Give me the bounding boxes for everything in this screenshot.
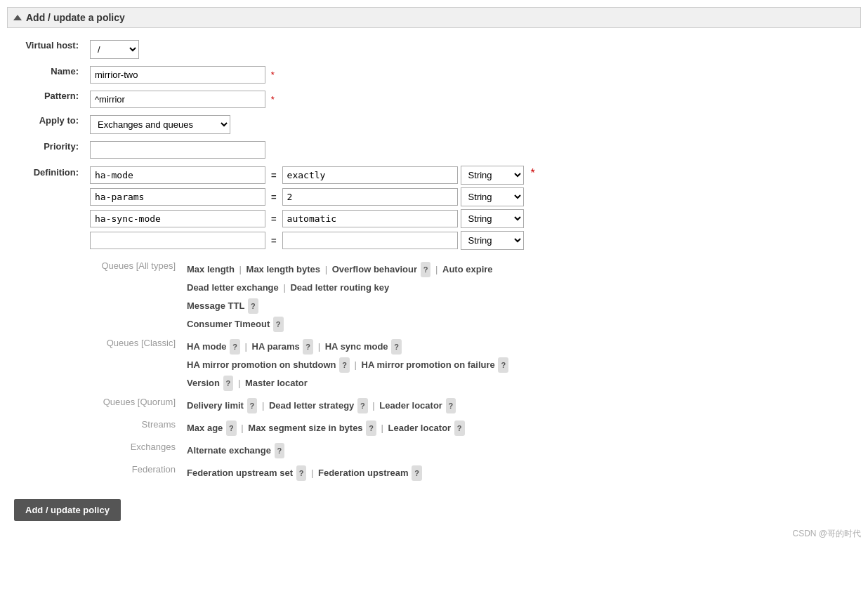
exchanges-links-row1: Alternate exchange ? bbox=[187, 442, 850, 460]
def-type-3[interactable]: StringNumberBooleanList bbox=[461, 209, 524, 228]
queues-all-links-row4: Consumer Timeout ? bbox=[187, 315, 850, 333]
federation-upstream-set-link[interactable]: Federation upstream set bbox=[187, 468, 293, 478]
alternate-exchange-link[interactable]: Alternate exchange bbox=[187, 445, 271, 456]
def-eq-4: = bbox=[268, 235, 280, 246]
add-update-button[interactable]: Add / update policy bbox=[14, 499, 121, 521]
def-type-2[interactable]: StringNumberBooleanList bbox=[461, 187, 524, 206]
def-key-4[interactable] bbox=[90, 232, 265, 249]
queues-quorum-links-row1: Delivery limit ? | Dead letter strategy … bbox=[187, 397, 850, 415]
pattern-input[interactable] bbox=[90, 91, 265, 108]
max-age-link[interactable]: Max age bbox=[187, 423, 223, 433]
virtual-host-row: Virtual host: / bbox=[7, 37, 861, 62]
dead-letter-strategy-link[interactable]: Dead letter strategy bbox=[269, 400, 354, 411]
federation-row: Federation Federation upstream set ? | F… bbox=[90, 462, 855, 484]
definition-row: Definition: = StringNumberBooleanList bbox=[7, 162, 861, 488]
pattern-row: Pattern: * bbox=[7, 87, 861, 112]
message-ttl-link[interactable]: Message TTL bbox=[187, 300, 244, 311]
def-key-2[interactable] bbox=[90, 188, 265, 206]
consumer-timeout-link[interactable]: Consumer Timeout bbox=[187, 319, 270, 329]
ha-sync-mode-help[interactable]: ? bbox=[391, 339, 402, 355]
max-length-bytes-link[interactable]: Max length bytes bbox=[246, 264, 320, 274]
overflow-behaviour-help[interactable]: ? bbox=[421, 262, 431, 277]
auto-expire-link[interactable]: Auto expire bbox=[442, 264, 493, 274]
def-val-3[interactable] bbox=[282, 210, 458, 227]
pattern-label: Pattern: bbox=[7, 87, 84, 112]
message-ttl-help[interactable]: ? bbox=[248, 298, 258, 314]
apply-to-label: Apply to: bbox=[7, 112, 84, 138]
federation-links: Federation upstream set ? | Federation u… bbox=[181, 462, 855, 484]
apply-to-select[interactable]: Exchanges and queues Exchanges Queues bbox=[90, 115, 230, 134]
queues-all-links-row2: Dead letter exchange | Dead letter routi… bbox=[187, 279, 850, 297]
max-segment-size-link[interactable]: Max segment size in bytes bbox=[248, 423, 362, 433]
alternate-exchange-help[interactable]: ? bbox=[275, 443, 285, 458]
def-eq-2: = bbox=[268, 192, 280, 202]
priority-label: Priority: bbox=[7, 138, 84, 162]
leader-locator-quorum-link[interactable]: Leader locator bbox=[379, 400, 442, 411]
dead-letter-routing-key-link[interactable]: Dead letter routing key bbox=[290, 282, 389, 293]
ha-sync-mode-link[interactable]: HA sync mode bbox=[325, 341, 388, 352]
delivery-limit-help[interactable]: ? bbox=[247, 398, 258, 413]
virtual-host-cell: / bbox=[84, 37, 861, 62]
queues-classic-links-row2: HA mirror promotion on shutdown ? | HA m… bbox=[187, 356, 850, 374]
federation-upstream-set-help[interactable]: ? bbox=[296, 465, 307, 481]
queues-classic-links: HA mode ? | HA params ? | HA sync mode ? bbox=[181, 336, 855, 395]
streams-row: Streams Max age ? | Max segment size in … bbox=[90, 417, 855, 439]
ha-mode-link[interactable]: HA mode bbox=[187, 341, 227, 352]
ha-params-help[interactable]: ? bbox=[303, 339, 313, 355]
name-required: * bbox=[271, 69, 275, 80]
federation-upstream-link[interactable]: Federation upstream bbox=[318, 468, 409, 478]
def-val-4[interactable] bbox=[282, 232, 458, 249]
def-type-1[interactable]: StringNumberBooleanList bbox=[461, 166, 524, 185]
dead-letter-exchange-link[interactable]: Dead letter exchange bbox=[187, 282, 279, 293]
queues-all-row: Queues [All types] Max length | Max leng… bbox=[90, 258, 855, 336]
version-help[interactable]: ? bbox=[223, 376, 234, 391]
def-key-3[interactable] bbox=[90, 210, 265, 227]
def-val-2[interactable] bbox=[282, 188, 458, 206]
apply-to-row: Apply to: Exchanges and queues Exchanges… bbox=[7, 112, 861, 138]
queues-classic-links-row3: Version ? | Master locator bbox=[187, 374, 850, 392]
pattern-required: * bbox=[271, 94, 275, 105]
queues-quorum-label: Queues [Quorum] bbox=[90, 395, 181, 417]
max-segment-size-help[interactable]: ? bbox=[366, 420, 376, 436]
overflow-behaviour-link[interactable]: Overflow behaviour bbox=[332, 264, 417, 274]
leader-locator-streams-link[interactable]: Leader locator bbox=[388, 423, 452, 433]
max-age-help[interactable]: ? bbox=[226, 420, 237, 436]
priority-input[interactable] bbox=[90, 141, 265, 159]
delivery-limit-link[interactable]: Delivery limit bbox=[187, 400, 244, 411]
virtual-host-select[interactable]: / bbox=[90, 40, 139, 59]
leader-locator-quorum-help[interactable]: ? bbox=[446, 398, 456, 413]
federation-links-row1: Federation upstream set ? | Federation u… bbox=[187, 464, 850, 482]
exchanges-label: Exchanges bbox=[90, 439, 181, 462]
collapse-icon[interactable] bbox=[13, 15, 22, 20]
ha-mirror-shutdown-link[interactable]: HA mirror promotion on shutdown bbox=[187, 359, 336, 370]
federation-upstream-help[interactable]: ? bbox=[412, 465, 422, 481]
ha-mirror-failure-link[interactable]: HA mirror promotion on failure bbox=[362, 359, 495, 370]
ha-params-link[interactable]: HA params bbox=[252, 341, 300, 352]
queues-all-links: Max length | Max length bytes | Overflow… bbox=[181, 258, 855, 336]
def-type-4[interactable]: StringNumberBooleanList bbox=[461, 231, 524, 250]
ha-mode-help[interactable]: ? bbox=[230, 339, 240, 355]
section-header: Add / update a policy bbox=[7, 7, 861, 28]
ha-mirror-failure-help[interactable]: ? bbox=[498, 357, 508, 373]
help-links-section: Queues [All types] Max length | Max leng… bbox=[90, 258, 855, 484]
definition-wrapper: = StringNumberBooleanList = bbox=[90, 166, 855, 253]
definition-row-4: = StringNumberBooleanList bbox=[90, 231, 524, 250]
def-eq-3: = bbox=[268, 213, 280, 224]
def-val-1[interactable] bbox=[282, 166, 458, 184]
def-key-1[interactable] bbox=[90, 166, 265, 184]
leader-locator-streams-help[interactable]: ? bbox=[454, 420, 465, 436]
definition-cell: = StringNumberBooleanList = bbox=[84, 162, 861, 488]
queues-classic-links-row1: HA mode ? | HA params ? | HA sync mode ? bbox=[187, 338, 850, 356]
definition-label: Definition: bbox=[7, 162, 84, 488]
help-links-table: Queues [All types] Max length | Max leng… bbox=[90, 258, 855, 484]
master-locator-link[interactable]: Master locator bbox=[245, 378, 308, 388]
ha-mirror-shutdown-help[interactable]: ? bbox=[339, 357, 350, 373]
consumer-timeout-help[interactable]: ? bbox=[273, 317, 284, 332]
max-length-link[interactable]: Max length bbox=[187, 264, 235, 274]
name-input[interactable] bbox=[90, 66, 265, 84]
queues-classic-row: Queues [Classic] HA mode ? | HA params ?… bbox=[90, 336, 855, 395]
streams-links: Max age ? | Max segment size in bytes ? … bbox=[181, 417, 855, 439]
version-link[interactable]: Version bbox=[187, 378, 220, 388]
footer-credit: CSDN @哥的时代 bbox=[7, 528, 861, 540]
dead-letter-strategy-help[interactable]: ? bbox=[357, 398, 368, 413]
